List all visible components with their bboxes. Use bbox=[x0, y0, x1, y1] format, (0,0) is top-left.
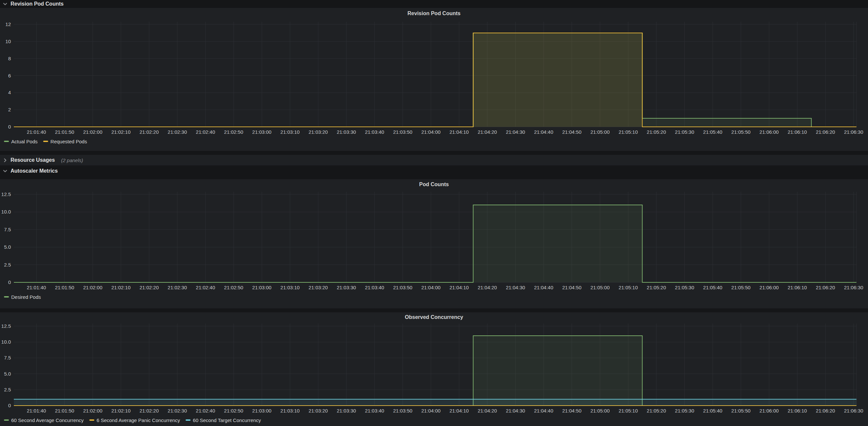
x-tick-label: 21:06:00 bbox=[760, 129, 779, 135]
legend-series-dash bbox=[4, 419, 9, 421]
x-tick-label: 21:03:20 bbox=[309, 285, 328, 290]
legend-series-dash bbox=[4, 141, 9, 142]
chart-revision-pod-counts[interactable]: 02468101221:01:4021:01:5021:02:0021:02:1… bbox=[0, 19, 868, 137]
chart-observed-concurrency[interactable]: 02.55.07.510.012.521:01:4021:01:5021:02:… bbox=[0, 322, 868, 416]
chevron-down-icon bbox=[3, 169, 8, 174]
x-tick-label: 21:04:10 bbox=[449, 285, 468, 290]
x-tick-label: 21:05:00 bbox=[590, 408, 610, 414]
x-tick-label: 21:02:20 bbox=[140, 408, 159, 414]
x-tick-label: 21:04:00 bbox=[421, 285, 440, 290]
legend-series-dash bbox=[186, 419, 190, 421]
x-tick-label: 21:03:30 bbox=[337, 129, 356, 135]
x-tick-label: 21:04:40 bbox=[534, 129, 553, 135]
y-tick-label: 0 bbox=[8, 280, 11, 285]
panel-title-pod-counts[interactable]: Pod Counts bbox=[0, 179, 868, 190]
x-tick-label: 21:02:00 bbox=[83, 408, 102, 414]
x-tick-label: 21:06:10 bbox=[787, 285, 807, 290]
legend-item-desired-pods[interactable]: Desired Pods bbox=[4, 294, 41, 300]
row-gap bbox=[0, 151, 868, 155]
legend-pod-counts: Desired Pods bbox=[0, 292, 868, 301]
x-tick-label: 21:02:50 bbox=[224, 285, 243, 290]
x-tick-label: 21:04:10 bbox=[449, 129, 468, 135]
legend-series-label: 6 Second Average Panic Concurrency bbox=[97, 418, 180, 423]
x-tick-label: 21:05:10 bbox=[618, 408, 638, 414]
x-tick-label: 21:04:10 bbox=[449, 408, 468, 414]
panel-observed-concurrency: Observed Concurrency 02.55.07.510.012.52… bbox=[0, 312, 868, 426]
series-fill bbox=[14, 33, 857, 127]
series-line bbox=[14, 205, 857, 282]
x-tick-label: 21:04:30 bbox=[506, 129, 525, 135]
x-tick-label: 21:02:40 bbox=[196, 285, 215, 290]
panel-title-observed-concurrency[interactable]: Observed Concurrency bbox=[0, 312, 868, 322]
y-tick-label: 7.5 bbox=[4, 227, 11, 232]
legend-series-dash bbox=[43, 141, 48, 142]
y-tick-label: 7.5 bbox=[4, 355, 11, 360]
x-tick-label: 21:04:30 bbox=[506, 285, 525, 290]
x-tick-label: 21:03:00 bbox=[252, 408, 271, 414]
x-tick-label: 21:04:40 bbox=[534, 408, 553, 414]
x-tick-label: 21:06:20 bbox=[816, 408, 835, 414]
row-title: Autoscaler Metrics bbox=[10, 168, 58, 174]
x-tick-label: 21:03:40 bbox=[365, 408, 384, 414]
x-tick-label: 21:06:00 bbox=[760, 285, 779, 290]
x-tick-label: 21:02:10 bbox=[112, 129, 130, 135]
legend-item-requested-pods[interactable]: Requested Pods bbox=[43, 139, 87, 144]
panel-title-revision-pod-counts[interactable]: Revision Pod Counts bbox=[0, 8, 868, 19]
x-tick-label: 21:05:30 bbox=[675, 129, 694, 135]
chevron-down-icon bbox=[3, 2, 8, 7]
y-tick-label: 0 bbox=[8, 124, 11, 129]
row-title: Revision Pod Counts bbox=[10, 1, 64, 7]
y-tick-label: 12.5 bbox=[1, 323, 11, 329]
y-tick-label: 4 bbox=[8, 90, 11, 95]
x-tick-label: 21:01:40 bbox=[27, 285, 46, 290]
legend-item-actual-pods[interactable]: Actual Pods bbox=[4, 139, 38, 144]
x-tick-label: 21:03:20 bbox=[309, 129, 328, 135]
x-tick-label: 21:06:10 bbox=[787, 129, 807, 135]
x-tick-label: 21:02:00 bbox=[83, 285, 102, 290]
row-header-autoscaler-metrics[interactable]: Autoscaler Metrics bbox=[0, 165, 868, 176]
row-header-revision-pod-counts[interactable]: Revision Pod Counts bbox=[0, 0, 868, 8]
y-tick-label: 2.5 bbox=[4, 387, 11, 392]
x-tick-label: 21:04:30 bbox=[506, 408, 525, 414]
x-tick-label: 21:01:50 bbox=[55, 285, 74, 290]
x-tick-label: 21:01:40 bbox=[27, 129, 46, 135]
legend-series-label: 60 Second Average Concurrency bbox=[11, 418, 84, 423]
legend-item-60-second-average-concurrency[interactable]: 60 Second Average Concurrency bbox=[4, 418, 84, 423]
legend-item-6-second-average-panic-concurrency[interactable]: 6 Second Average Panic Concurrency bbox=[89, 418, 180, 423]
y-tick-label: 2 bbox=[8, 107, 11, 112]
x-tick-label: 21:06:30 bbox=[844, 408, 863, 414]
x-tick-label: 21:05:00 bbox=[590, 285, 610, 290]
x-tick-label: 21:06:20 bbox=[816, 129, 835, 135]
x-tick-label: 21:05:10 bbox=[618, 129, 638, 135]
row-header-resource-usages[interactable]: Resource Usages (2 panels) bbox=[0, 155, 868, 165]
y-tick-label: 2.5 bbox=[4, 262, 11, 267]
legend-item-60-second-target-concurrency[interactable]: 60 Second Target Concurrency bbox=[186, 418, 261, 423]
y-tick-label: 6 bbox=[8, 73, 11, 78]
y-tick-label: 8 bbox=[8, 56, 11, 61]
y-tick-label: 10.0 bbox=[1, 339, 11, 345]
x-tick-label: 21:05:50 bbox=[731, 285, 750, 290]
y-tick-label: 12.5 bbox=[1, 191, 11, 197]
x-tick-label: 21:02:30 bbox=[168, 129, 187, 135]
y-tick-label: 12 bbox=[5, 22, 11, 27]
x-tick-label: 21:04:20 bbox=[478, 129, 497, 135]
x-tick-label: 21:05:40 bbox=[703, 129, 722, 135]
x-tick-label: 21:02:40 bbox=[196, 129, 215, 135]
legend-revision-pod-counts: Actual PodsRequested Pods bbox=[0, 137, 868, 146]
x-tick-label: 21:02:10 bbox=[112, 285, 130, 290]
chart-pod-counts[interactable]: 02.55.07.510.012.521:01:4021:01:5021:02:… bbox=[0, 190, 868, 292]
x-tick-label: 21:04:20 bbox=[478, 408, 497, 414]
x-tick-label: 21:03:10 bbox=[281, 285, 300, 290]
y-tick-label: 5.0 bbox=[4, 244, 11, 250]
x-tick-label: 21:02:30 bbox=[168, 285, 187, 290]
panel-revision-pod-counts: Revision Pod Counts 02468101221:01:4021:… bbox=[0, 8, 868, 151]
x-tick-label: 21:03:40 bbox=[365, 285, 384, 290]
series-fill bbox=[14, 33, 857, 127]
y-tick-label: 5.0 bbox=[4, 371, 11, 376]
row-gap bbox=[0, 176, 868, 179]
x-tick-label: 21:03:10 bbox=[281, 408, 300, 414]
x-tick-label: 21:04:40 bbox=[534, 285, 553, 290]
x-tick-label: 21:03:30 bbox=[337, 285, 356, 290]
x-tick-label: 21:02:20 bbox=[140, 285, 159, 290]
x-tick-label: 21:02:40 bbox=[196, 408, 215, 414]
